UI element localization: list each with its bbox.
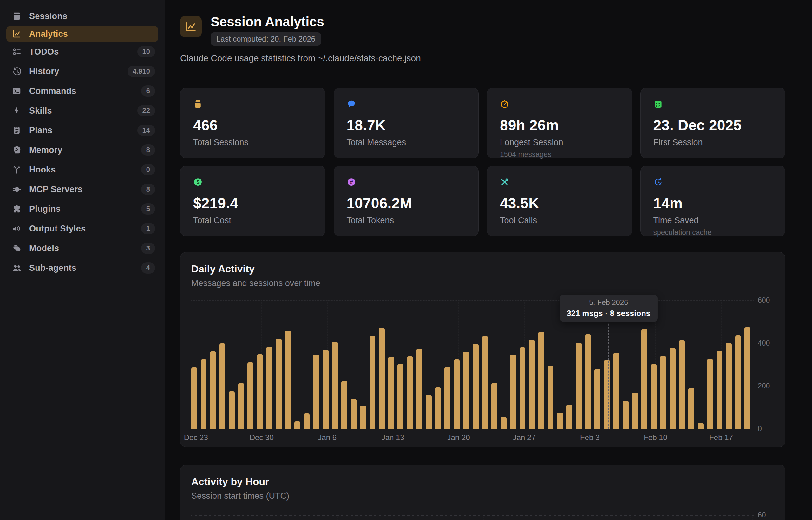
- daily-bar[interactable]: [257, 355, 263, 429]
- daily-bar[interactable]: [370, 336, 376, 429]
- daily-bar[interactable]: [538, 332, 544, 429]
- daily-bar[interactable]: [491, 383, 497, 429]
- sidebar-item-sessions[interactable]: Sessions: [0, 6, 164, 26]
- daily-bar[interactable]: [604, 360, 610, 429]
- daily-bar[interactable]: [501, 417, 507, 429]
- daily-bar[interactable]: [688, 388, 694, 429]
- daily-bar[interactable]: [416, 349, 423, 429]
- daily-bar[interactable]: [726, 343, 732, 429]
- sidebar-item-mcp-servers[interactable]: MCP Servers 8: [0, 179, 164, 199]
- sidebar-item-count: 6: [141, 85, 155, 97]
- main-content: Session Analytics Last computed: 20. Feb…: [165, 0, 812, 520]
- sidebar-item-sub-agents[interactable]: Sub-agents 4: [0, 258, 164, 278]
- daily-bar[interactable]: [744, 327, 751, 429]
- daily-bar[interactable]: [351, 399, 357, 429]
- activity-by-hour-plot[interactable]: 60: [191, 515, 754, 520]
- daily-bar[interactable]: [566, 405, 573, 429]
- daily-bar[interactable]: [735, 335, 741, 429]
- daily-bar[interactable]: [519, 347, 526, 429]
- stat-card-total-cost: $ $219.4 Total Cost: [180, 166, 325, 236]
- daily-bar[interactable]: [229, 391, 235, 429]
- x-axis-label: Jan 20: [447, 433, 470, 442]
- sidebar-item-models[interactable]: Models 3: [0, 238, 164, 258]
- daily-bar[interactable]: [669, 348, 676, 429]
- daily-bar[interactable]: [341, 381, 347, 429]
- fork-icon: [11, 164, 22, 175]
- sidebar-item-analytics[interactable]: Analytics: [6, 26, 158, 42]
- daily-bar[interactable]: [707, 359, 713, 429]
- sidebar-item-todos[interactable]: TODOs 10: [0, 42, 164, 61]
- daily-bar[interactable]: [220, 343, 226, 429]
- daily-bar[interactable]: [247, 362, 253, 429]
- sidebar-item-hooks[interactable]: Hooks 0: [0, 160, 164, 179]
- stat-card-total-sessions: 466 Total Sessions: [180, 88, 325, 158]
- stat-label: First Session: [653, 138, 773, 148]
- daily-bar[interactable]: [191, 367, 197, 429]
- sidebar-item-label: Plugins: [29, 204, 60, 214]
- stat-label: Total Cost: [193, 216, 312, 226]
- daily-bar[interactable]: [304, 413, 310, 429]
- daily-bar[interactable]: [332, 342, 338, 429]
- daily-bar[interactable]: [294, 421, 300, 429]
- daily-bar[interactable]: [313, 355, 319, 429]
- stat-label: Time Saved: [653, 216, 773, 226]
- daily-bar[interactable]: [576, 343, 582, 429]
- daily-bar[interactable]: [660, 356, 666, 429]
- sidebar-item-plans[interactable]: Plans 14: [0, 121, 164, 140]
- daily-bar[interactable]: [267, 346, 273, 429]
- sidebar-item-history[interactable]: History 4.910: [0, 61, 164, 81]
- plug-icon: [11, 184, 22, 195]
- sidebar-item-plugins[interactable]: Plugins 5: [0, 199, 164, 219]
- daily-bar[interactable]: [641, 329, 648, 429]
- clock-arrows-icon: [653, 177, 773, 187]
- daily-bar[interactable]: [463, 352, 469, 429]
- daily-bar[interactable]: [557, 413, 563, 429]
- daily-bar[interactable]: [529, 340, 535, 429]
- puzzle-icon: [11, 204, 22, 214]
- daily-bar[interactable]: [388, 357, 394, 429]
- daily-bar[interactable]: [210, 351, 216, 429]
- daily-bar[interactable]: [445, 367, 450, 429]
- daily-bar[interactable]: [398, 364, 403, 429]
- daily-bar[interactable]: [585, 334, 591, 429]
- daily-bar[interactable]: [716, 351, 722, 429]
- stat-card-tool-calls: 43.5K Tool Calls: [487, 166, 632, 236]
- daily-activity-plot[interactable]: 600 400 200 0 5. Feb 2026 321 msgs · 8 s…: [191, 300, 754, 429]
- daily-bar[interactable]: [548, 366, 554, 429]
- daily-bar[interactable]: [426, 395, 432, 429]
- y-axis-label: 60: [758, 511, 766, 519]
- sidebar-item-label: Output Styles: [29, 224, 86, 234]
- daily-bar[interactable]: [238, 383, 244, 429]
- daily-bar[interactable]: [651, 364, 657, 429]
- daily-bar[interactable]: [454, 359, 460, 429]
- sidebar-item-output-styles[interactable]: Output Styles 1: [0, 219, 164, 238]
- models-icon: [11, 243, 22, 254]
- daily-bar[interactable]: [276, 339, 282, 429]
- x-axis-label: Dec 23: [184, 433, 208, 442]
- daily-bar[interactable]: [613, 353, 619, 429]
- daily-bar[interactable]: [632, 393, 638, 429]
- sidebar-item-count: 3: [141, 242, 155, 254]
- daily-bar[interactable]: [435, 387, 441, 429]
- daily-bar[interactable]: [594, 369, 601, 429]
- daily-bar[interactable]: [323, 350, 329, 429]
- last-computed-badge: Last computed: 20. Feb 2026: [211, 32, 321, 46]
- svg-text:#: #: [350, 179, 353, 185]
- daily-bar[interactable]: [360, 406, 366, 429]
- sidebar-item-skills[interactable]: Skills 22: [0, 101, 164, 121]
- daily-bar[interactable]: [407, 356, 413, 429]
- daily-bar[interactable]: [698, 423, 704, 429]
- daily-bar[interactable]: [679, 340, 685, 429]
- daily-bar[interactable]: [379, 328, 385, 429]
- activity-by-hour-subtitle: Session start times (UTC): [191, 491, 774, 501]
- daily-bar[interactable]: [482, 336, 488, 429]
- daily-bar[interactable]: [510, 355, 516, 429]
- daily-bar[interactable]: [473, 344, 479, 429]
- sidebar-item-memory[interactable]: Memory 8: [0, 140, 164, 160]
- daily-bar[interactable]: [285, 331, 291, 429]
- stat-card-first-session: 23. Dec 2025 First Session: [640, 88, 786, 158]
- daily-bar[interactable]: [201, 359, 207, 429]
- daily-bar[interactable]: [623, 401, 629, 429]
- sidebar-item-commands[interactable]: Commands 6: [0, 81, 164, 101]
- terminal-icon: [11, 86, 22, 96]
